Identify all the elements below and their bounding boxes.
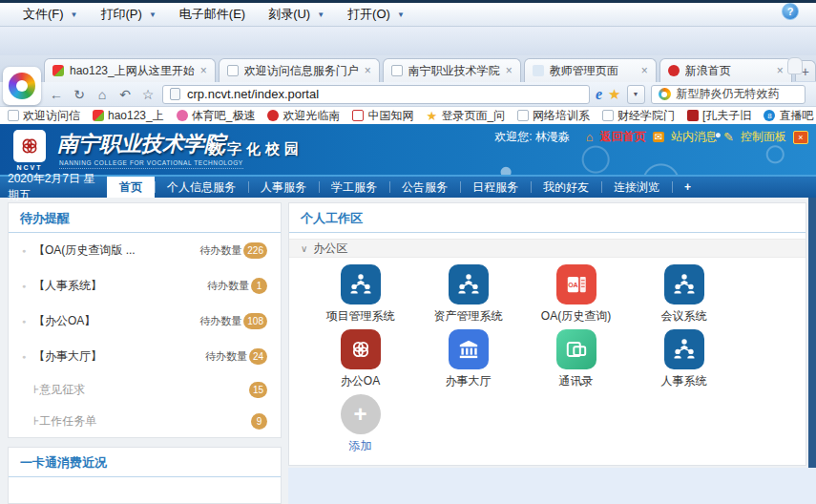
todo-item-feedback[interactable]: ⊦意见征求 15 bbox=[9, 374, 281, 406]
close-icon[interactable]: × bbox=[793, 131, 808, 144]
menu-email-label: 电子邮件(E) bbox=[179, 6, 245, 23]
browser-tab-sina[interactable]: 新浪首页 × bbox=[659, 58, 792, 82]
school-name: 南宁职业技术学院 bbox=[57, 130, 225, 158]
count-badge: 108 bbox=[243, 313, 267, 329]
app-contacts[interactable]: 通讯录 bbox=[522, 329, 630, 389]
search-text: 新型肺炎仍无特效药 bbox=[677, 86, 780, 102]
browser-tab-hao123[interactable]: hao123_上网从这里开始 × bbox=[44, 58, 216, 82]
app-service-hall[interactable]: 办事大厅 bbox=[414, 329, 522, 389]
nav-tab-schedule[interactable]: 日程服务 bbox=[460, 177, 531, 198]
close-icon[interactable]: × bbox=[200, 64, 207, 77]
dropdown-button[interactable]: ▼ bbox=[627, 85, 645, 104]
menu-email[interactable]: 电子邮件(E) bbox=[168, 3, 257, 26]
todo-item-hr[interactable]: ● 【人事系统】 待办数量 1 bbox=[9, 268, 281, 304]
back-icon[interactable]: ← bbox=[48, 87, 65, 102]
app-office-oa[interactable]: 办公OA bbox=[306, 329, 414, 389]
nav-tab-hr[interactable]: 人事服务 bbox=[248, 177, 319, 198]
bookmark-item[interactable]: ★登录页面_问 bbox=[426, 108, 505, 124]
bookmark-star-icon[interactable]: ★ bbox=[608, 86, 620, 103]
app-asset-management[interactable]: 资产管理系统 bbox=[414, 264, 522, 325]
close-icon[interactable]: × bbox=[641, 64, 648, 77]
banner-user-links: 欢迎您: 林漫淼 ⌂ 返回首页 ✉ 站内消息 ✎ 控制面板 × bbox=[494, 129, 808, 145]
oa-doc-icon bbox=[556, 264, 596, 304]
home-icon[interactable]: ⌂ bbox=[94, 87, 111, 102]
blank-icon bbox=[533, 65, 544, 76]
menu-print[interactable]: 打印(P) ▼ bbox=[90, 3, 168, 26]
browser-tab-ncvt[interactable]: 南宁职业技术学院 × bbox=[383, 58, 521, 82]
nav-add-tab[interactable]: + bbox=[672, 177, 703, 198]
browser-tab-teacher[interactable]: 教师管理页面 × bbox=[524, 58, 657, 82]
vertical-scrollbar[interactable] bbox=[808, 198, 816, 468]
bullet-icon: ● bbox=[22, 283, 33, 289]
nav-tab-student-affairs[interactable]: 学工服务 bbox=[319, 177, 389, 198]
todo-item-oa-history[interactable]: ● 【OA(历史查询版 ... 待办数量 226 bbox=[9, 233, 281, 268]
bookmark-item[interactable]: 欢迎光临南 bbox=[267, 108, 340, 124]
section-my-teaching[interactable]: ∨ 我的教学 bbox=[289, 465, 806, 466]
menu-file-label: 文件(F) bbox=[23, 6, 64, 23]
favorite-icon[interactable]: ☆ bbox=[139, 87, 157, 102]
nav-tab-home[interactable]: 首页 bbox=[107, 177, 155, 198]
nav-tab-announcements[interactable]: 公告服务 bbox=[389, 177, 460, 198]
return-home-link[interactable]: 返回首页 bbox=[600, 129, 646, 145]
tab-title: 新浪首页 bbox=[685, 63, 771, 79]
app-meeting-system[interactable]: 会议系统 bbox=[630, 264, 738, 325]
pinwheel-icon bbox=[9, 73, 35, 99]
org-chart-icon bbox=[449, 264, 489, 304]
current-date: 2020年2月7日 星期五 bbox=[0, 177, 107, 198]
browser-tabstrip: hao123_上网从这里开始 × 欢迎访问信息服务门户 × 南宁职业技术学院 ×… bbox=[0, 55, 816, 82]
menu-burn-label: 刻录(U) bbox=[268, 6, 310, 23]
bookmark-item[interactable]: [孔夫子旧 bbox=[687, 108, 751, 124]
app-add-office[interactable]: + 添加 bbox=[306, 394, 414, 454]
page-icon bbox=[227, 65, 239, 76]
app-project-management[interactable]: 项目管理系统 bbox=[306, 264, 414, 325]
bookmark-item[interactable]: 财经学院门 bbox=[602, 108, 675, 124]
plus-icon: + bbox=[341, 394, 381, 434]
next-section-strip bbox=[288, 468, 816, 504]
bullet-icon: ● bbox=[22, 318, 33, 325]
menu-open-label: 打开(O) bbox=[347, 6, 390, 23]
history-icon[interactable]: ↶ bbox=[116, 87, 134, 102]
todo-item-service-hall[interactable]: ● 【办事大厅】 待办数量 24 bbox=[9, 339, 281, 374]
close-icon[interactable]: × bbox=[777, 64, 784, 77]
todo-item-task-list[interactable]: ⊦工作任务单 9 bbox=[9, 406, 281, 437]
menu-open[interactable]: 打开(O) ▼ bbox=[336, 3, 416, 26]
bookmark-item[interactable]: 体育吧_极速 bbox=[177, 108, 256, 124]
site-messages-link[interactable]: 站内消息 bbox=[671, 129, 717, 145]
chevron-down-icon: ∨ bbox=[301, 243, 307, 254]
nav-tab-friends[interactable]: 我的好友 bbox=[531, 177, 601, 198]
browser-logo[interactable] bbox=[3, 67, 41, 105]
refresh-icon[interactable]: ↻ bbox=[71, 87, 88, 102]
help-icon[interactable]: ? bbox=[782, 3, 799, 20]
bookmark-item[interactable]: 网络培训系 bbox=[517, 108, 590, 124]
portal-banner: NCVT 南宁职业技术学院 NANNING COLLEGE FOR VOCATI… bbox=[0, 124, 816, 177]
ie-icon[interactable]: e bbox=[596, 86, 602, 103]
bookmark-item[interactable]: hao123_上 bbox=[93, 108, 164, 124]
contacts-icon bbox=[556, 329, 596, 369]
hao123-icon bbox=[93, 110, 104, 121]
page-icon bbox=[391, 65, 403, 76]
home-icon: ⌂ bbox=[586, 130, 594, 144]
section-office-area[interactable]: ∨ 办公区 bbox=[289, 239, 806, 258]
control-panel-link[interactable]: 控制面板 bbox=[741, 129, 786, 145]
kongfz-icon bbox=[687, 110, 699, 121]
menu-file[interactable]: 文件(F) ▼ bbox=[11, 3, 90, 26]
close-icon[interactable]: × bbox=[506, 64, 513, 77]
welcome-text: 欢迎您: 林漫淼 bbox=[494, 129, 570, 145]
tab-title: 南宁职业技术学院 bbox=[408, 63, 500, 79]
close-icon[interactable]: × bbox=[365, 64, 371, 77]
bookmark-item[interactable]: 中国知网 bbox=[352, 108, 413, 124]
todo-item-office-oa[interactable]: ● 【办公OA】 待办数量 108 bbox=[9, 304, 281, 339]
knot-icon bbox=[18, 135, 41, 158]
menu-burn[interactable]: 刻录(U) ▼ bbox=[257, 3, 336, 26]
app-oa-history[interactable]: OA(历史查询) bbox=[522, 264, 630, 325]
count-badge: 24 bbox=[249, 348, 267, 365]
browser-tab-portal[interactable]: 欢迎访问信息服务门户 × bbox=[219, 58, 380, 82]
app-hr-system[interactable]: 人事系统 bbox=[630, 329, 738, 389]
search-input[interactable]: 新型肺炎仍无特效药 bbox=[651, 85, 806, 104]
bookmark-item[interactable]: 欢迎访问信 bbox=[8, 108, 80, 124]
nav-tab-personal-info[interactable]: 个人信息服务 bbox=[155, 177, 248, 198]
nav-tab-links[interactable]: 连接浏览 bbox=[601, 177, 672, 198]
bookmark-item[interactable]: 8直播吧 bbox=[764, 108, 813, 124]
sports-icon bbox=[177, 110, 188, 121]
address-input[interactable]: crp.ncvt.net/index.portal bbox=[162, 85, 590, 104]
